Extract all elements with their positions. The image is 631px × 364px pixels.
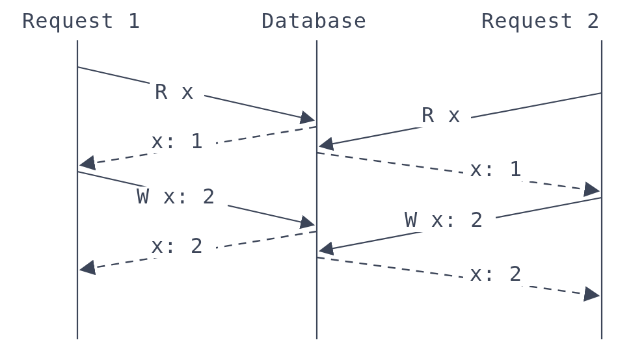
message-label: W x: 2 [137,184,216,209]
participant-database: Database [262,8,367,33]
sequence-diagram: Request 1 Database Request 2 R x x: 1 W … [0,0,631,364]
participant-request-1: Request 1 [22,8,141,33]
message-label: R x [422,103,461,127]
message-label: R x [155,79,195,104]
response-x1-req2 [317,153,598,191]
message-label: x: 1 [151,129,204,153]
message-label: x: 2 [470,261,522,286]
participant-request-2: Request 2 [481,8,600,33]
message-label: x: 1 [470,157,522,181]
message-label: W x: 2 [405,207,484,232]
message-label: x: 2 [151,233,204,258]
response-x2-req2 [317,257,598,296]
